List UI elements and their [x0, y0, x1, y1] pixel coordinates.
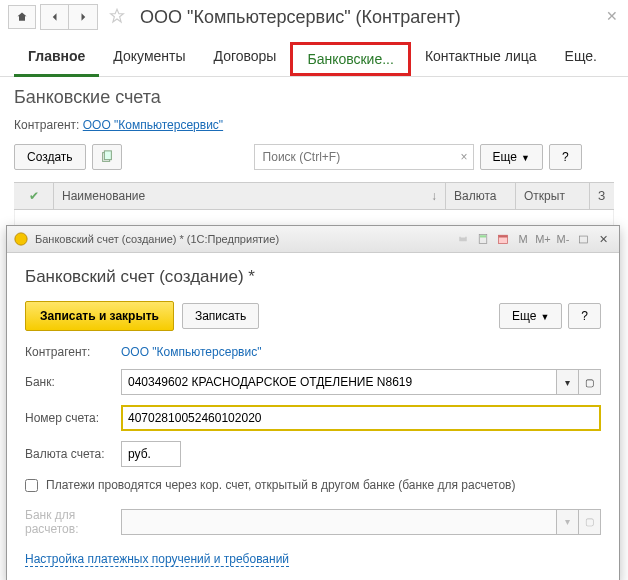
arrow-left-icon	[49, 11, 61, 23]
tab-main[interactable]: Главное	[14, 42, 99, 77]
tab-contracts[interactable]: Договоры	[200, 42, 291, 76]
tb-mplus-button[interactable]: M+	[533, 230, 553, 248]
column-currency[interactable]: Валюта	[446, 183, 516, 209]
form-bank-label: Банк:	[25, 375, 121, 389]
copy-icon	[100, 150, 114, 164]
dialog-create-bank-account: Банковский счет (создание) * (1С:Предпри…	[6, 225, 620, 580]
column-open[interactable]: Открыт	[516, 183, 590, 209]
dialog-titlebar-text: Банковский счет (создание) * (1С:Предпри…	[35, 233, 279, 245]
cor-account-checkbox[interactable]	[25, 479, 38, 492]
save-button[interactable]: Записать	[182, 303, 259, 329]
tb-window-icon[interactable]	[573, 230, 593, 248]
dialog-help-button[interactable]: ?	[568, 303, 601, 329]
search-input[interactable]	[254, 144, 474, 170]
cor-account-label: Платежи проводятся через кор. счет, откр…	[46, 477, 515, 494]
open-icon: ▢	[585, 377, 594, 388]
app-icon	[13, 231, 29, 247]
check-icon: ✔	[29, 189, 39, 203]
back-button[interactable]	[41, 5, 69, 29]
svg-rect-8	[499, 235, 508, 237]
tb-m-button[interactable]: M	[513, 230, 533, 248]
bank-dropdown-button[interactable]: ▾	[557, 369, 579, 395]
tabs: Главное Документы Договоры Банковские...…	[0, 34, 628, 77]
currency-input[interactable]	[121, 441, 181, 467]
counterparty-label: Контрагент:	[14, 118, 79, 132]
form-counterparty-label: Контрагент:	[25, 345, 121, 359]
copy-button[interactable]	[92, 144, 122, 170]
svg-rect-1	[104, 151, 111, 160]
bank-input[interactable]	[121, 369, 557, 395]
section-title: Банковские счета	[0, 77, 628, 114]
form-currency-label: Валюта счета:	[25, 447, 121, 461]
counterparty-link[interactable]: ООО "Компьютерсервис"	[83, 118, 223, 132]
forward-button[interactable]	[69, 5, 97, 29]
svg-rect-9	[579, 236, 587, 243]
column-check[interactable]: ✔	[14, 183, 54, 209]
settlement-bank-label: Банк для расчетов:	[25, 508, 121, 536]
sort-icon: ↓	[431, 189, 437, 203]
svg-rect-4	[461, 235, 466, 238]
dialog-more-button[interactable]: Еще▼	[499, 303, 562, 329]
page-title: ООО "Компьютерсервис" (Контрагент)	[140, 7, 461, 28]
bank-open-button[interactable]: ▢	[579, 369, 601, 395]
favorite-icon[interactable]	[108, 7, 126, 28]
home-icon	[16, 11, 28, 23]
tab-bank[interactable]: Банковские...	[290, 42, 410, 76]
chevron-down-icon: ▼	[521, 153, 530, 163]
chevron-down-icon: ▾	[565, 377, 570, 388]
tb-print-icon[interactable]	[453, 230, 473, 248]
close-button[interactable]: ✕	[606, 8, 618, 24]
help-button[interactable]: ?	[549, 144, 582, 170]
save-close-button[interactable]: Записать и закрыть	[25, 301, 174, 331]
dialog-title: Банковский счет (создание) *	[25, 267, 601, 287]
settlement-bank-dropdown: ▾	[557, 509, 579, 535]
svg-rect-6	[480, 235, 486, 237]
settlement-bank-input	[121, 509, 557, 535]
search-clear[interactable]: ×	[461, 150, 468, 164]
tab-more[interactable]: Еще.	[551, 42, 611, 76]
chevron-down-icon: ▾	[565, 516, 570, 527]
tb-mminus-button[interactable]: M-	[553, 230, 573, 248]
payment-settings-link[interactable]: Настройка платежных поручений и требован…	[25, 552, 289, 567]
home-button[interactable]	[8, 5, 36, 29]
column-name[interactable]: Наименование↓	[54, 183, 446, 209]
more-button[interactable]: Еще▼	[480, 144, 543, 170]
tb-calc-icon[interactable]	[473, 230, 493, 248]
arrow-right-icon	[77, 11, 89, 23]
column-extra[interactable]: З	[590, 183, 614, 209]
open-icon: ▢	[585, 516, 594, 527]
dialog-titlebar[interactable]: Банковский счет (создание) * (1С:Предпри…	[7, 226, 619, 253]
settlement-bank-open: ▢	[579, 509, 601, 535]
create-button[interactable]: Создать	[14, 144, 86, 170]
tab-documents[interactable]: Документы	[99, 42, 199, 76]
chevron-down-icon: ▼	[540, 312, 549, 322]
tab-contacts[interactable]: Контактные лица	[411, 42, 551, 76]
account-input[interactable]	[121, 405, 601, 431]
form-counterparty-value[interactable]: ООО "Компьютерсервис"	[121, 345, 601, 359]
tb-calendar-icon[interactable]	[493, 230, 513, 248]
table-header: ✔ Наименование↓ Валюта Открыт З	[14, 182, 614, 210]
svg-point-2	[15, 233, 27, 245]
form-account-label: Номер счета:	[25, 411, 121, 425]
dialog-close-button[interactable]: ✕	[593, 230, 613, 248]
